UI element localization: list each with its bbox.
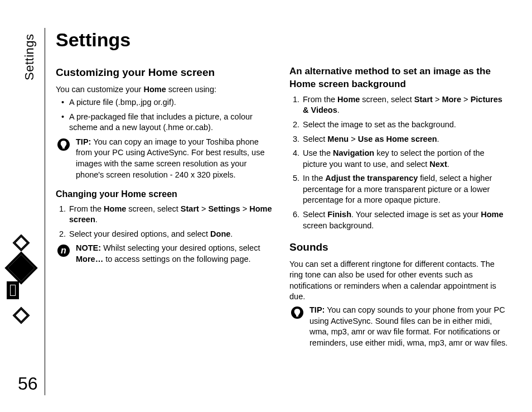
note-text: NOTE: Whilst selecting your desired opti… <box>76 243 276 265</box>
list-item: Select the image to set as the backgroun… <box>302 119 510 131</box>
note-icon: n <box>56 243 71 265</box>
list-item: In the Adjust the transparency field, se… <box>302 173 510 206</box>
list-item: From the Home screen, select Start > Set… <box>68 204 276 226</box>
column-left: Customizing your Home screen You can cus… <box>56 65 276 352</box>
column-right: An alternative method to set an image as… <box>289 65 510 352</box>
list-item: A picture file (.bmp,.jpg or.gif). <box>61 97 276 108</box>
svg-rect-11 <box>62 147 65 148</box>
svg-rect-9 <box>15 309 28 322</box>
page-content: Settings Customizing your Home screen Yo… <box>56 22 510 352</box>
side-label-text: Settings <box>22 34 36 81</box>
decorative-diamond-icon <box>4 234 38 337</box>
heading-changing: Changing your Home screen <box>56 188 276 200</box>
svg-rect-4 <box>8 255 33 280</box>
svg-rect-7 <box>11 286 14 295</box>
list-item: Use the Navigation key to select the por… <box>302 148 510 170</box>
svg-rect-1 <box>15 237 28 250</box>
list-item: Select Menu > Use as Home screen. <box>302 134 510 145</box>
tip-text: TIP: You can copy sounds to your phone f… <box>309 305 510 348</box>
list-item: Select Finish. Your selected image is se… <box>302 209 510 231</box>
tip-block: TIP: You can copy an image to your Toshi… <box>56 137 276 180</box>
side-section-label: Settings <box>22 34 37 81</box>
customize-options-list: A picture file (.bmp,.jpg or.gif). A pre… <box>56 97 276 133</box>
alternative-steps: From the Home screen, select Start > Mor… <box>289 94 510 231</box>
heading-sounds: Sounds <box>289 240 510 255</box>
page-title: Settings <box>56 29 510 51</box>
sounds-paragraph: You can set a different ringtone for dif… <box>289 259 510 303</box>
vertical-separator <box>45 28 45 395</box>
tip-text: TIP: You can copy an image to your Toshi… <box>76 137 276 180</box>
lightbulb-icon <box>289 305 305 348</box>
changing-steps: From the Home screen, select Start > Set… <box>56 204 276 240</box>
list-item: A pre-packaged file that includes a pict… <box>61 112 276 133</box>
heading-customizing: Customizing your Home screen <box>56 65 276 80</box>
heading-alternative: An alternative method to set an image as… <box>289 65 510 91</box>
list-item: From the Home screen, select Start > Mor… <box>302 94 510 116</box>
tip-block-sounds: TIP: You can copy sounds to your phone f… <box>289 305 510 348</box>
intro-paragraph: You can customize your Home screen using… <box>56 84 276 95</box>
page-number: 56 <box>18 373 38 394</box>
note-block: n NOTE: Whilst selecting your desired op… <box>56 243 276 265</box>
list-item: Select your desired options, and select … <box>68 229 276 240</box>
svg-rect-15 <box>296 315 298 317</box>
svg-text:n: n <box>61 246 66 255</box>
manual-page: Settings 56 Settings Customizing <box>0 0 532 412</box>
columns: Customizing your Home screen You can cus… <box>56 65 510 352</box>
lightbulb-icon <box>56 137 71 180</box>
